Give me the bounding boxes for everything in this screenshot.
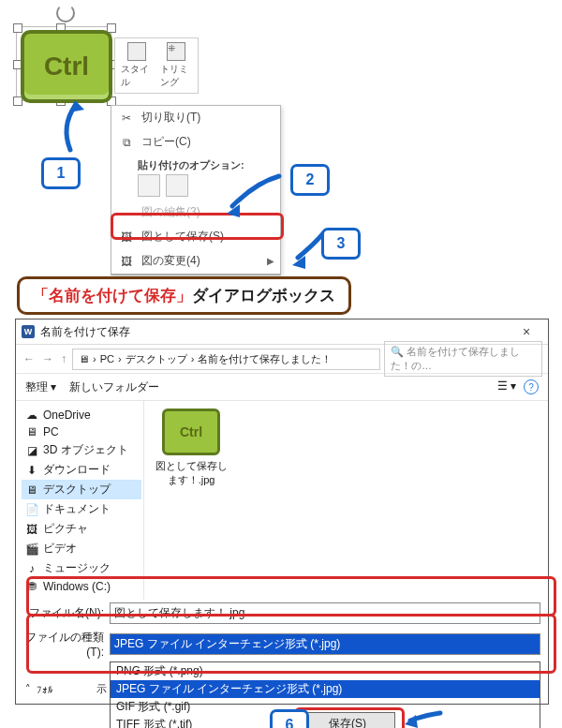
- crumb-sep: ›: [118, 353, 122, 364]
- organize-button[interactable]: 整理 ▾: [25, 379, 56, 395]
- change-picture-label: 図の変更(4): [141, 253, 200, 269]
- rotate-handle-icon[interactable]: [56, 4, 75, 22]
- folder-collapse-text: ﾌｫﾙ: [37, 684, 53, 695]
- music-icon: ♪: [25, 562, 38, 575]
- tree-item-pic[interactable]: 🖼ピクチャ: [22, 519, 141, 539]
- back-button[interactable]: ←: [22, 352, 37, 365]
- file-pane[interactable]: Ctrl 図として保存します！.jpg: [144, 401, 548, 600]
- thumbnail-image: Ctrl: [162, 409, 220, 455]
- crumb-folder[interactable]: 名前を付けて保存しました！: [198, 352, 332, 366]
- filetype-option[interactable]: PNG 形式 (*.png): [111, 662, 540, 680]
- view-button[interactable]: ☰ ▾: [497, 379, 516, 394]
- filename-input[interactable]: 図として保存します！.jpg: [110, 602, 540, 624]
- folder-collapse-text2: 示: [96, 682, 107, 696]
- filename-label: ファイル名(N):: [23, 605, 104, 621]
- close-button[interactable]: ×: [510, 324, 542, 339]
- folder-tree: ☁OneDrive🖥PC◪3D オブジェクト⬇ダウンロード🖥デスクトップ📄ドキュ…: [16, 401, 144, 600]
- edit-icon: [119, 205, 134, 220]
- drive-icon: ⛃: [25, 580, 38, 593]
- breadcrumb[interactable]: 🖥 › PC › デスクトップ › 名前を付けて保存しました！: [72, 349, 380, 370]
- change-picture-item[interactable]: 🖼 図の変更(4) ▶: [111, 249, 280, 274]
- desktop-icon: 🖥: [25, 483, 38, 497]
- tree-item-label: ピクチャ: [43, 521, 88, 537]
- paste-option-1[interactable]: [138, 174, 160, 197]
- filetype-select[interactable]: JPEG ファイル インターチェンジ形式 (*.jpg): [110, 633, 540, 655]
- crumb-desktop[interactable]: デスクトップ: [126, 352, 187, 366]
- tree-item-cloud[interactable]: ☁OneDrive: [22, 407, 141, 423]
- filename-row: ファイル名(N): 図として保存します！.jpg: [16, 600, 548, 627]
- tree-item-desktop[interactable]: 🖥デスクトップ: [22, 480, 141, 499]
- copy-icon: ⧉: [119, 135, 134, 150]
- callout-3: 3: [321, 228, 361, 260]
- search-placeholder: 名前を付けて保存しました！の…: [391, 346, 520, 371]
- pc-icon: 🖥: [25, 425, 38, 438]
- crumb-sep: ›: [191, 353, 195, 364]
- search-input[interactable]: 🔍 名前を付けて保存しました！の…: [384, 341, 542, 377]
- edit-picture-item: 図の編集(3): [111, 201, 280, 225]
- arrow-1: [52, 98, 89, 155]
- filetype-row: ファイルの種類(T): JPEG ファイル インターチェンジ形式 (*.jpg): [16, 627, 548, 661]
- style-button[interactable]: スタイル: [121, 42, 153, 89]
- section-heading: 「名前を付けて保存」ダイアログボックス: [17, 276, 351, 315]
- copy-item[interactable]: ⧉ コピー(C): [111, 130, 280, 155]
- callout-1: 1: [41, 157, 81, 189]
- filetype-option-selected[interactable]: JPEG ファイル インターチェンジ形式 (*.jpg): [111, 680, 540, 698]
- format-mini-toolbar: スタイル ⁜ トリミング: [114, 37, 199, 94]
- thumbnail-label: 図として保存します！.jpg: [154, 459, 229, 487]
- tree-item-doc[interactable]: 📄ドキュメント: [22, 499, 141, 519]
- tree-item-pc[interactable]: 🖥PC: [22, 423, 141, 440]
- crop-button[interactable]: ⁜ トリミング: [160, 42, 192, 89]
- tree-item-label: Windows (C:): [43, 580, 111, 593]
- section-heading-rest: ダイアログボックス: [192, 287, 335, 305]
- style-icon: [127, 42, 146, 61]
- tree-item-label: ダウンロード: [43, 462, 111, 478]
- pic-icon: 🖼: [25, 523, 38, 536]
- tree-item-label: ビデオ: [43, 541, 77, 557]
- new-folder-button[interactable]: 新しいフォルダー: [69, 379, 159, 395]
- dialog-title: 名前を付けて保存: [40, 324, 130, 340]
- tree-item-label: ドキュメント: [43, 501, 111, 517]
- save-image-icon: 🖼: [119, 230, 134, 245]
- callout-2: 2: [290, 164, 330, 196]
- crumb-pc[interactable]: PC: [100, 353, 114, 364]
- chevron-up-icon: ˄: [25, 683, 31, 695]
- tree-item-label: PC: [43, 425, 59, 438]
- pc-icon: 🖥: [79, 353, 89, 364]
- up-button[interactable]: ↑: [59, 352, 68, 365]
- cut-item[interactable]: ✂ 切り取り(T): [111, 106, 280, 130]
- section-heading-red: 「名前を付けて保存」: [33, 287, 192, 305]
- save-as-picture-label: 図として保存(S)…: [141, 229, 235, 245]
- forward-button[interactable]: →: [40, 352, 55, 365]
- word-app-icon: W: [22, 325, 35, 338]
- context-menu: ✂ 切り取り(T) ⧉ コピー(C) 貼り付けのオプション: 図の編集(3) 🖼…: [111, 105, 281, 275]
- style-label: スタイル: [121, 63, 153, 89]
- edit-picture-label: 図の編集(3): [141, 204, 200, 220]
- tree-item-music[interactable]: ♪ミュージック: [22, 558, 141, 578]
- tree-item-cube[interactable]: ◪3D オブジェクト: [22, 440, 141, 460]
- dialog-toolbar: 整理 ▾ 新しいフォルダー ☰ ▾ ?: [16, 374, 548, 401]
- scissors-icon: ✂: [119, 111, 134, 126]
- paste-option-2[interactable]: [166, 174, 188, 197]
- tree-item-label: OneDrive: [43, 409, 91, 422]
- resize-handle[interactable]: [13, 23, 22, 33]
- submenu-arrow-icon: ▶: [267, 256, 274, 266]
- folder-collapse[interactable]: ˄ ﾌｫﾙ 示: [25, 682, 107, 696]
- help-button[interactable]: ?: [524, 379, 539, 394]
- cut-label: 切り取り(T): [141, 110, 200, 126]
- cube-icon: ◪: [25, 444, 38, 457]
- crumb-sep: ›: [93, 353, 96, 364]
- ctrl-key-label: Ctrl: [44, 52, 89, 82]
- tree-item-download[interactable]: ⬇ダウンロード: [22, 460, 141, 480]
- selected-image[interactable]: Ctrl: [21, 30, 112, 103]
- copy-label: コピー(C): [141, 134, 191, 150]
- file-thumbnail[interactable]: Ctrl 図として保存します！.jpg: [154, 409, 229, 487]
- tree-item-label: 3D オブジェクト: [43, 442, 128, 458]
- save-button[interactable]: 保存(S): [300, 712, 395, 728]
- dialog-nav: ← → ↑ 🖥 › PC › デスクトップ › 名前を付けて保存しました！ 🔍 …: [16, 345, 548, 374]
- tree-item-drive[interactable]: ⛃Windows (C:): [22, 578, 141, 595]
- paste-options: [111, 172, 280, 201]
- tree-item-video[interactable]: 🎬ビデオ: [22, 539, 141, 558]
- save-as-dialog: W 名前を付けて保存 × ← → ↑ 🖥 › PC › デスクトップ › 名前を…: [15, 319, 549, 705]
- crop-icon: ⁜: [167, 42, 185, 61]
- save-as-picture-item[interactable]: 🖼 図として保存(S)…: [111, 225, 280, 249]
